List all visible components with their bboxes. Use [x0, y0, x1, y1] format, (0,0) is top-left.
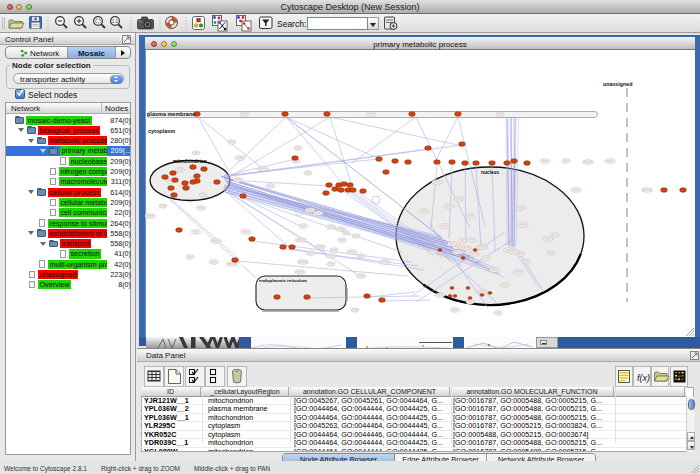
svg-text:Search:: Search: — [277, 19, 306, 29]
svg-text:cytoplasm: cytoplasm — [148, 128, 175, 134]
svg-text:plasma membrane: plasma membrane — [147, 111, 195, 117]
svg-text:unassigned: unassigned — [603, 81, 632, 87]
svg-text:nucleus: nucleus — [481, 170, 499, 175]
svg-text:f(x): f(x) — [637, 373, 650, 383]
svg-text:1:1: 1:1 — [112, 19, 119, 24]
svg-text:mitochondrion: mitochondrion — [173, 159, 207, 164]
svg-text:endoplasmic reticulum: endoplasmic reticulum — [259, 278, 307, 283]
